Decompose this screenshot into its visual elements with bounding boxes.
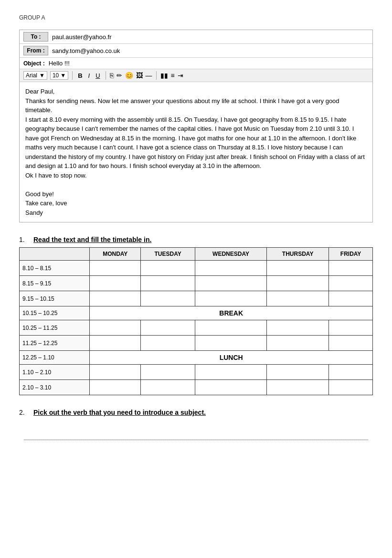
cell-mon-3 bbox=[90, 291, 141, 306]
email-to-field: To : paul.auster@yahoo.fr bbox=[20, 30, 372, 44]
table-row: 10.25 – 11.25 bbox=[20, 320, 373, 336]
cell-wed-6 bbox=[195, 365, 267, 380]
table-row: 2.10 – 3.10 bbox=[20, 380, 373, 395]
email-body: Dear Paul, Thanks for sending news. Now … bbox=[20, 82, 372, 222]
table-row-lunch: 12.25 – 1.10 LUNCH bbox=[20, 351, 373, 365]
email-goodbye: Good bye! bbox=[25, 190, 367, 199]
align-center-icon[interactable]: ▮▮ bbox=[160, 72, 168, 79]
image-icon[interactable]: 🖼 bbox=[136, 72, 143, 79]
cell-fri-4 bbox=[329, 320, 373, 336]
line-icon[interactable]: — bbox=[146, 72, 152, 79]
cell-fri-2 bbox=[329, 276, 373, 291]
from-label: From : bbox=[23, 46, 48, 55]
font-dropdown-arrow[interactable]: ▼ bbox=[39, 72, 45, 79]
email-toolbar[interactable]: Arial ▼ 10 ▼ B I U ⎘ ✏ 😊 🖼 — ▮▮ ≡ ⇥ bbox=[20, 69, 372, 82]
cell-tue-7 bbox=[141, 380, 195, 395]
email-stop: Ok I have to stop now. bbox=[25, 171, 367, 180]
cell-fri-6 bbox=[329, 365, 373, 380]
cell-thu-5 bbox=[267, 336, 329, 351]
toolbar-divider-1 bbox=[72, 71, 73, 80]
timetable-header-tuesday: TUESDAY bbox=[141, 248, 195, 261]
timetable-header-wednesday: WEDNESDAY bbox=[195, 248, 267, 261]
cell-wed-1 bbox=[195, 261, 267, 276]
font-selector[interactable]: Arial ▼ bbox=[23, 71, 47, 80]
section1-text: Read the text and fill the timetable in. bbox=[33, 236, 151, 243]
pencil-icon[interactable]: ✏ bbox=[117, 72, 122, 79]
font-size-dropdown-arrow[interactable]: ▼ bbox=[60, 72, 66, 79]
timetable-header-blank bbox=[20, 248, 90, 261]
cell-mon-6 bbox=[90, 365, 141, 380]
cell-thu-2 bbox=[267, 276, 329, 291]
cell-tue-5 bbox=[141, 336, 195, 351]
cell-mon-7 bbox=[90, 380, 141, 395]
cell-tue-6 bbox=[141, 365, 195, 380]
from-value: sandy.tom@yahoo.co.uk bbox=[52, 47, 120, 54]
object-value: Hello !!! bbox=[49, 60, 70, 67]
cell-wed-3 bbox=[195, 291, 267, 306]
cell-mon-2 bbox=[90, 276, 141, 291]
italic-button[interactable]: I bbox=[87, 72, 92, 80]
font-size-value: 10 bbox=[53, 72, 59, 79]
cell-fri-5 bbox=[329, 336, 373, 351]
table-row: 1.10 – 2.10 bbox=[20, 365, 373, 380]
table-row: 9.15 – 10.15 bbox=[20, 291, 373, 306]
cell-thu-7 bbox=[267, 380, 329, 395]
email-salutation: Dear Paul, bbox=[25, 87, 367, 96]
timetable-header-thursday: THURSDAY bbox=[267, 248, 329, 261]
table-row: 11.25 – 12.25 bbox=[20, 336, 373, 351]
time-1225-110: 12.25 – 1.10 bbox=[20, 351, 90, 365]
email-object-field: Object : Hello !!! bbox=[20, 58, 372, 69]
to-value: paul.auster@yahoo.fr bbox=[52, 33, 112, 41]
time-815-915: 8.15 – 9.15 bbox=[20, 276, 90, 291]
cell-thu-4 bbox=[267, 320, 329, 336]
break-cell: BREAK bbox=[90, 306, 373, 320]
cell-wed-2 bbox=[195, 276, 267, 291]
cell-mon-4 bbox=[90, 320, 141, 336]
table-row: 8.10 – 8.15 bbox=[20, 261, 373, 276]
section2-number: 2. bbox=[19, 409, 29, 416]
indent-icon[interactable]: ⇥ bbox=[178, 72, 183, 79]
font-size-selector[interactable]: 10 ▼ bbox=[50, 71, 68, 80]
timetable-header-friday: FRIDAY bbox=[329, 248, 373, 261]
time-110-210: 1.10 – 2.10 bbox=[20, 365, 90, 380]
cell-mon-5 bbox=[90, 336, 141, 351]
underline-button[interactable]: U bbox=[94, 72, 101, 80]
email-box: To : paul.auster@yahoo.fr From : sandy.t… bbox=[19, 30, 373, 222]
timetable-header-monday: MONDAY bbox=[90, 248, 141, 261]
email-signature: Sandy bbox=[25, 208, 367, 218]
lunch-cell: LUNCH bbox=[90, 351, 373, 365]
time-210-310: 2.10 – 3.10 bbox=[20, 380, 90, 395]
email-para1: Thanks for sending news. Now let me answ… bbox=[25, 96, 367, 115]
cell-tue-3 bbox=[141, 291, 195, 306]
cell-fri-7 bbox=[329, 380, 373, 395]
email-para2: I start at 8.10 every morning with the a… bbox=[25, 115, 367, 171]
time-915-1015: 9.15 – 10.15 bbox=[20, 291, 90, 306]
cell-wed-4 bbox=[195, 320, 267, 336]
emoji-icon[interactable]: 😊 bbox=[125, 72, 133, 79]
cell-wed-7 bbox=[195, 380, 267, 395]
cell-tue-4 bbox=[141, 320, 195, 336]
cell-thu-1 bbox=[267, 261, 329, 276]
list-icon[interactable]: ≡ bbox=[171, 72, 175, 79]
toolbar-divider-2 bbox=[106, 71, 106, 80]
timetable-header-row: MONDAY TUESDAY WEDNESDAY THURSDAY FRIDAY bbox=[20, 248, 373, 261]
cell-thu-6 bbox=[267, 365, 329, 380]
time-1015-1025: 10.15 – 10.25 bbox=[20, 306, 90, 320]
copy-icon[interactable]: ⎘ bbox=[110, 72, 114, 79]
group-label: GROUP A bbox=[19, 14, 373, 21]
timetable: MONDAY TUESDAY WEDNESDAY THURSDAY FRIDAY… bbox=[19, 247, 373, 395]
time-1025-1125: 10.25 – 11.25 bbox=[20, 320, 90, 336]
to-label: To : bbox=[23, 32, 48, 42]
object-label: Object : bbox=[23, 60, 45, 67]
cell-thu-3 bbox=[267, 291, 329, 306]
time-810-815: 8.10 – 8.15 bbox=[20, 261, 90, 276]
bold-button[interactable]: B bbox=[76, 72, 84, 80]
cell-tue-1 bbox=[141, 261, 195, 276]
section1-number: 1. bbox=[19, 236, 29, 243]
cell-fri-1 bbox=[329, 261, 373, 276]
table-row-break: 10.15 – 10.25 BREAK bbox=[20, 306, 373, 320]
section2-text: Pick out the verb that you need to intro… bbox=[33, 409, 206, 416]
time-1125-1225: 11.25 – 12.25 bbox=[20, 336, 90, 351]
cell-fri-3 bbox=[329, 291, 373, 306]
email-takecare: Take care, love bbox=[25, 199, 367, 208]
